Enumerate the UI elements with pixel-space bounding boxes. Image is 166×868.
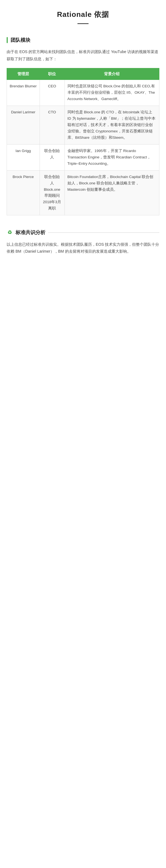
- analysis-text: 以上信息已经过标准共识核实。根据技术团队履历，EOS 技术实力很强，但整个团队十…: [7, 241, 159, 255]
- cell-name: Brock Pierce: [7, 170, 40, 215]
- team-intro-text: 由于在 EOS 的官方网站未找到团队信息，标准共识团队通过 YouTube 访谈…: [7, 49, 159, 62]
- analysis-title-label: 标准共识分析: [16, 228, 45, 237]
- team-title-label: 团队模块: [10, 36, 30, 44]
- cell-name: Daniel Larimer: [7, 106, 40, 145]
- table-row: Daniel LarimerCTO同时也是 Block.one 的 CTO，在 …: [7, 106, 159, 145]
- cell-position: CEO: [39, 80, 64, 106]
- cell-name: Ian Grigg: [7, 144, 40, 170]
- page-header: Rationale 依据: [0, 0, 166, 31]
- team-section-title: 团队模块: [7, 36, 159, 44]
- team-table: 管理层 职位 背景介绍 Brendan BlumerCEO同时也是区块链公司 B…: [7, 68, 159, 216]
- team-section: 团队模块 由于在 EOS 的官方网站未找到团队信息，标准共识团队通过 YouTu…: [0, 31, 166, 223]
- cell-background: 金融密码学家。1995年，开发了 Ricardo Transaction Eng…: [64, 144, 159, 170]
- cell-position: CTO: [39, 106, 64, 145]
- col-header-background: 背景介绍: [64, 68, 159, 80]
- section-bar-icon: [7, 37, 8, 43]
- page-title: Rationale 依据: [5, 9, 161, 21]
- table-row: Ian Grigg联合创始人金融密码学家。1995年，开发了 Ricardo T…: [7, 144, 159, 170]
- cell-position: 联合创始人: [39, 144, 64, 170]
- analysis-section: ♻ 标准共识分析 以上信息已经过标准共识核实。根据技术团队履历，EOS 技术实力…: [0, 223, 166, 262]
- table-row: Brock Pierce联合创始人 Block.one 早期顾问 2018年3月…: [7, 170, 159, 215]
- table-header: 管理层 职位 背景介绍: [7, 68, 159, 80]
- title-underline: [78, 23, 88, 24]
- cell-background: 同时也是 Block.one 的 CTO，在 bitcointalk 论坛上 I…: [64, 106, 159, 145]
- analysis-title-row: ♻ 标准共识分析: [7, 228, 159, 237]
- cell-background: 同时也是区块链公司 Block.One 的创始人和 CEO,有丰富的不同行业创业…: [64, 80, 159, 106]
- table-body: Brendan BlumerCEO同时也是区块链公司 Block.One 的创始…: [7, 80, 159, 215]
- cell-position: 联合创始人 Block.one 早期顾问 2018年3月离职: [39, 170, 64, 215]
- leaf-icon: ♻: [7, 230, 13, 236]
- cell-background: Bitcoin Foundation主席，Blockchain Capital …: [64, 170, 159, 215]
- table-row: Brendan BlumerCEO同时也是区块链公司 Block.One 的创始…: [7, 80, 159, 106]
- col-header-position: 职位: [39, 68, 64, 80]
- divider-line: [48, 232, 159, 233]
- cell-name: Brendan Blumer: [7, 80, 40, 106]
- col-header-name: 管理层: [7, 68, 40, 80]
